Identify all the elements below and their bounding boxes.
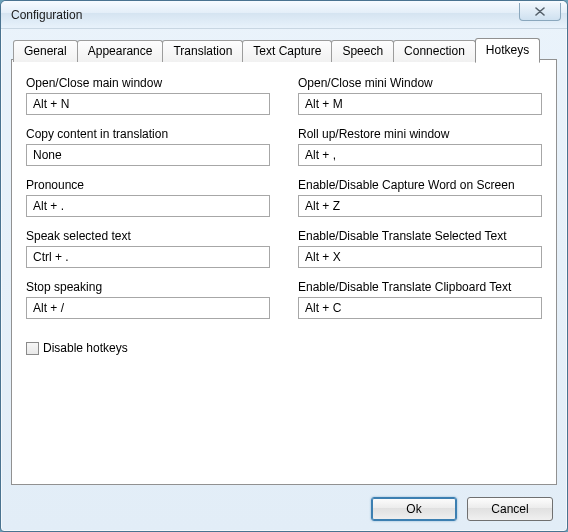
label-open-close-mini: Open/Close mini Window — [298, 76, 542, 90]
window-title: Configuration — [11, 8, 82, 22]
input-pronounce[interactable] — [26, 195, 270, 217]
field-rollup-restore: Roll up/Restore mini window — [298, 127, 542, 166]
label-rollup-restore: Roll up/Restore mini window — [298, 127, 542, 141]
tab-hotkeys[interactable]: Hotkeys — [475, 38, 540, 63]
input-open-close-mini[interactable] — [298, 93, 542, 115]
disable-hotkeys-label: Disable hotkeys — [43, 341, 128, 355]
input-rollup-restore[interactable] — [298, 144, 542, 166]
hotkey-col-left: Open/Close main window Copy content in t… — [26, 76, 270, 331]
label-pronounce: Pronounce — [26, 178, 270, 192]
input-stop-speaking[interactable] — [26, 297, 270, 319]
disable-hotkeys-row: Disable hotkeys — [26, 341, 542, 355]
input-speak-selected[interactable] — [26, 246, 270, 268]
input-translate-clipboard[interactable] — [298, 297, 542, 319]
tab-speech[interactable]: Speech — [331, 40, 394, 62]
field-open-close-mini: Open/Close mini Window — [298, 76, 542, 115]
field-open-close-main: Open/Close main window — [26, 76, 270, 115]
disable-hotkeys-checkbox[interactable] — [26, 342, 39, 355]
field-capture-word: Enable/Disable Capture Word on Screen — [298, 178, 542, 217]
close-button[interactable] — [519, 3, 561, 21]
label-translate-selected: Enable/Disable Translate Selected Text — [298, 229, 542, 243]
dialog-footer: Ok Cancel — [1, 487, 567, 531]
content-area: General Appearance Translation Text Capt… — [11, 37, 557, 485]
configuration-window: Configuration General Appearance Transla… — [0, 0, 568, 532]
cancel-button[interactable]: Cancel — [467, 497, 553, 521]
input-translate-selected[interactable] — [298, 246, 542, 268]
label-open-close-main: Open/Close main window — [26, 76, 270, 90]
label-translate-clipboard: Enable/Disable Translate Clipboard Text — [298, 280, 542, 294]
field-stop-speaking: Stop speaking — [26, 280, 270, 319]
tabpanel-hotkeys: Open/Close main window Copy content in t… — [11, 59, 557, 485]
tab-general[interactable]: General — [13, 40, 78, 62]
label-capture-word: Enable/Disable Capture Word on Screen — [298, 178, 542, 192]
field-pronounce: Pronounce — [26, 178, 270, 217]
input-capture-word[interactable] — [298, 195, 542, 217]
tab-translation[interactable]: Translation — [162, 40, 243, 62]
hotkey-columns: Open/Close main window Copy content in t… — [26, 76, 542, 331]
hotkey-col-right: Open/Close mini Window Roll up/Restore m… — [298, 76, 542, 331]
field-translate-selected: Enable/Disable Translate Selected Text — [298, 229, 542, 268]
field-copy-content: Copy content in translation — [26, 127, 270, 166]
tab-connection[interactable]: Connection — [393, 40, 476, 62]
ok-button[interactable]: Ok — [371, 497, 457, 521]
label-stop-speaking: Stop speaking — [26, 280, 270, 294]
close-icon — [535, 7, 545, 16]
label-copy-content: Copy content in translation — [26, 127, 270, 141]
tabstrip: General Appearance Translation Text Capt… — [13, 37, 557, 61]
panel-inner: Open/Close main window Copy content in t… — [26, 76, 542, 474]
input-open-close-main[interactable] — [26, 93, 270, 115]
tab-text-capture[interactable]: Text Capture — [242, 40, 332, 62]
field-speak-selected: Speak selected text — [26, 229, 270, 268]
field-translate-clipboard: Enable/Disable Translate Clipboard Text — [298, 280, 542, 319]
label-speak-selected: Speak selected text — [26, 229, 270, 243]
tab-appearance[interactable]: Appearance — [77, 40, 164, 62]
input-copy-content[interactable] — [26, 144, 270, 166]
titlebar: Configuration — [1, 1, 567, 29]
